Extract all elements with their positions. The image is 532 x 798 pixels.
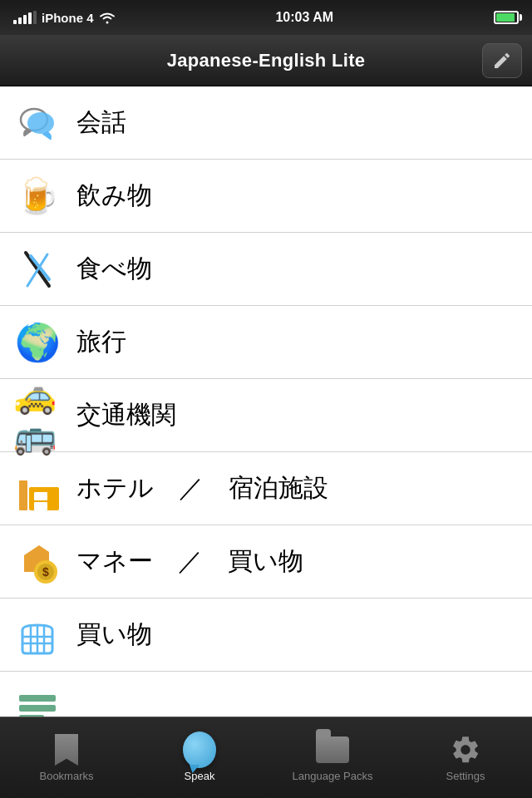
svg-rect-19 [19,715,44,717]
speak-bubble [183,732,216,768]
tab-speak-label: Speak [185,770,215,782]
bookmarks-icon [50,733,83,766]
menu-item-travel[interactable]: 🌍旅行 [0,306,532,379]
status-left: iPhone 4 [13,11,116,25]
battery-icon [494,11,519,24]
page-title: Japanese-English Lite [167,50,366,71]
menu-item-food[interactable]: 食べ物 [0,233,532,306]
menu-item-drinks[interactable]: 🍺飲み物 [0,160,532,233]
tab-settings[interactable]: Settings [399,717,532,798]
tab-bookmarks-label: Bookmarks [39,770,93,782]
menu-item-conversation[interactable]: 会話 [0,86,532,160]
food-label: 食べ物 [76,252,152,286]
language-packs-icon [316,733,349,766]
menu-item-money[interactable]: $ マネー ／ 買い物 [0,525,532,598]
partial-label [76,691,151,717]
food-icon [13,245,62,293]
shopping-label: 買い物 [76,618,152,652]
carrier-label: iPhone 4 [42,11,94,25]
settings-icon [449,733,482,766]
wifi-icon [99,11,116,24]
tab-bar: Bookmarks Speak Language Packs Settings [0,717,532,798]
travel-icon: 🌍 [13,318,62,367]
battery-fill [496,13,515,22]
gear-svg [450,734,481,766]
speak-icon [183,733,216,766]
menu-item-transportation[interactable]: 🚕🚌交通機関 [0,379,532,452]
conversation-label: 会話 [76,106,126,140]
menu-item-partial[interactable] [0,672,532,717]
hotel-label: ホテル ／ 宿泊施設 [76,471,328,505]
tab-settings-label: Settings [446,770,485,782]
pen-icon [492,51,512,71]
tab-language-packs[interactable]: Language Packs [266,717,399,798]
menu-item-shopping[interactable]: 買い物 [0,598,532,672]
partial-icon [13,684,62,717]
tab-speak[interactable]: Speak [133,717,266,798]
menu-list: 会話🍺飲み物 食べ物🌍旅行🚕🚌交通機関 ホテル ／ 宿泊施設 $ マネー ／ 買… [0,86,532,717]
svg-point-1 [27,112,54,134]
svg-rect-8 [34,502,47,510]
shopping-icon [13,611,62,659]
drinks-label: 飲み物 [76,179,152,213]
transportation-label: 交通機関 [76,398,176,432]
status-bar: iPhone 4 10:03 AM [0,0,532,35]
svg-rect-5 [19,480,27,510]
svg-rect-18 [19,705,56,712]
svg-rect-17 [19,695,56,702]
nav-action-button[interactable] [482,43,522,78]
svg-text:$: $ [42,565,49,579]
menu-item-hotel[interactable]: ホテル ／ 宿泊施設 [0,452,532,525]
money-icon: $ [13,538,62,586]
hotel-icon [13,465,62,513]
folder-shape [316,736,349,763]
status-right [494,11,519,24]
nav-bar: Japanese-English Lite [0,35,532,86]
tab-language-packs-label: Language Packs [293,770,373,782]
transportation-icon: 🚕🚌 [13,392,62,440]
svg-rect-7 [34,492,47,500]
money-label: マネー ／ 買い物 [76,544,303,579]
status-time: 10:03 AM [275,10,333,25]
signal-bars [13,11,37,24]
travel-label: 旅行 [76,325,126,359]
drinks-icon: 🍺 [13,172,62,220]
conversation-icon [13,99,62,147]
tab-bookmarks[interactable]: Bookmarks [0,717,133,798]
